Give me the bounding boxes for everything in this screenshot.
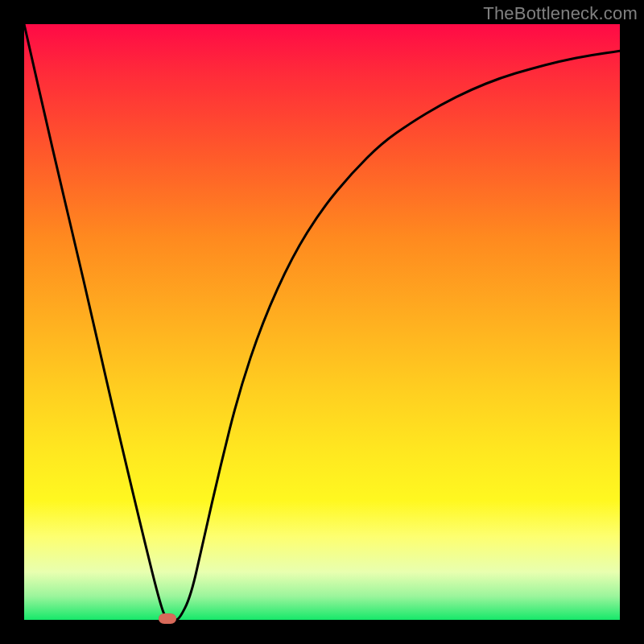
plot-area xyxy=(24,24,620,620)
bottleneck-curve xyxy=(24,24,620,620)
chart-frame: TheBottleneck.com xyxy=(0,0,644,644)
curve-layer xyxy=(24,24,620,620)
optimal-point-marker xyxy=(159,613,176,624)
watermark-text: TheBottleneck.com xyxy=(483,3,638,24)
